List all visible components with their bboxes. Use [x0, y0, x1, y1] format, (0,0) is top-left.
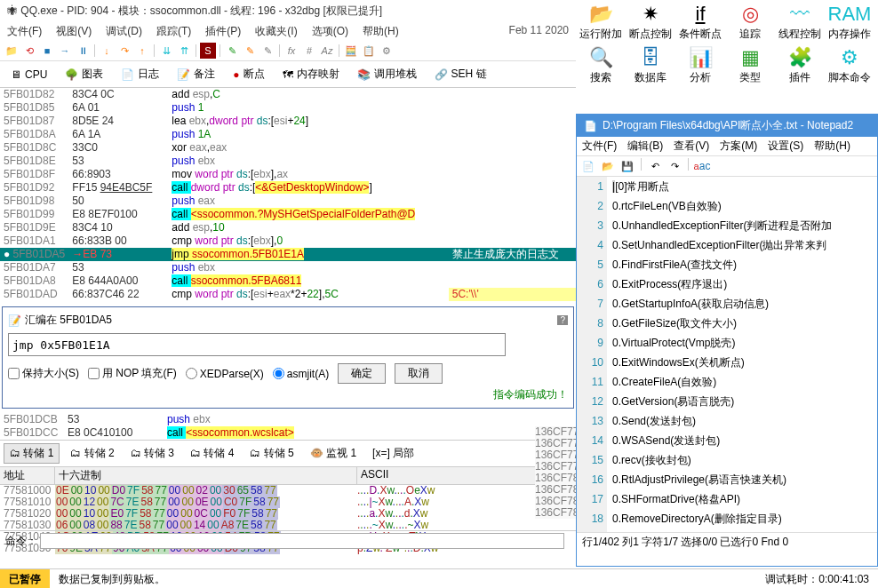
dump-tab-5[interactable]: 🐵 监视 1 — [305, 444, 362, 463]
tab-bp[interactable]: ● 断点 — [227, 65, 269, 83]
np-undo-icon[interactable]: ↶ — [647, 158, 663, 174]
np-line[interactable]: 0.GetVersion(易语言脱壳) — [612, 392, 877, 411]
disasm-row[interactable]: 5FB01D856A 01push 1 — [0, 101, 576, 115]
comment-icon[interactable]: ✎ — [242, 43, 258, 59]
stack-addresses[interactable]: 136CF77136CF77136CF77136CF77136CF78136CF… — [535, 426, 576, 519]
menu-options[interactable]: 选项(O) — [312, 24, 348, 39]
menu-help[interactable]: 帮助(H) — [363, 24, 399, 39]
disasm-row[interactable]: 5FB01D878D5E 24lea ebx,dword ptr ds:[esi… — [0, 115, 576, 128]
tab-mem[interactable]: 🗺 内存映射 — [277, 65, 345, 83]
disasm-row[interactable]: 5FB01D8E53push ebx — [0, 155, 576, 168]
disasm-row[interactable]: 5FB01DA8E8 644A0A00call ssocommon.5FBA68… — [0, 274, 576, 288]
menu-fav[interactable]: 收藏夹(I) — [255, 24, 297, 39]
tool-线程控制[interactable]: 〰线程控制 — [775, 0, 825, 44]
np-menu-1[interactable]: 编辑(B) — [627, 139, 663, 154]
disasm-row[interactable]: 5FB01DA166:833B 00cmp word ptr ds:[ebx],… — [0, 234, 576, 248]
menu-debug[interactable]: 调试(D) — [106, 24, 142, 39]
tool-内存操作[interactable]: RAM内存操作 — [825, 0, 874, 44]
np-new-icon[interactable]: 📄 — [580, 158, 596, 174]
np-open-icon[interactable]: 📂 — [600, 158, 616, 174]
dump-tab-6[interactable]: [x=] 局部 — [367, 444, 419, 463]
disasm-row[interactable]: 5FB01D8A6A 1Apush 1A — [0, 128, 576, 141]
tool-分析[interactable]: 📊分析 — [675, 44, 725, 87]
menu-plugin[interactable]: 插件(P) — [205, 24, 241, 39]
stepout-icon[interactable]: ↑ — [134, 43, 150, 59]
np-line[interactable]: 0.RtlAdjustPrivilege(易语言快速关机) — [612, 470, 877, 489]
np-menu-2[interactable]: 查看(V) — [674, 139, 709, 154]
tab-stack[interactable]: 📚 调用堆栈 — [352, 65, 422, 83]
np-line[interactable]: 0.ExitWindowsEx(关机断点) — [612, 353, 877, 372]
np-menu-3[interactable]: 方案(M) — [720, 139, 757, 154]
notepad-text[interactable]: |[0]常用断点0.rtcFileLen(VB自效验)0.UnhandledEx… — [607, 177, 877, 532]
tab-chart[interactable]: 🌳 图表 — [60, 65, 108, 83]
restart-icon[interactable]: ⟲ — [21, 43, 37, 59]
script-icon[interactable]: 📋 — [361, 43, 377, 59]
dump-tab-0[interactable]: 🗂 转储 1 — [4, 443, 60, 464]
stop-icon[interactable]: ■ — [39, 43, 55, 59]
fill-nop-checkbox[interactable]: 用 NOP 填充(F) — [88, 366, 177, 381]
scylla-icon[interactable]: S — [200, 43, 216, 59]
np-line[interactable]: 0.WSASend(发送封包) — [612, 431, 877, 450]
keep-size-checkbox[interactable]: 保持大小(S) — [8, 366, 79, 381]
np-az-icon[interactable]: aac — [694, 158, 710, 174]
stepin-icon[interactable]: ↓ — [99, 43, 115, 59]
np-line[interactable]: |[0]常用断点 — [612, 177, 877, 196]
np-menu-4[interactable]: 设置(S) — [768, 139, 803, 154]
menu-view[interactable]: 视图(V) — [56, 24, 92, 39]
np-line[interactable]: 0.RemoveDirectoryA(删除指定目录) — [612, 509, 877, 528]
disassembly-view-2[interactable]: 5FB01DCB53push ebx5FB01DCCE8 0C410100cal… — [0, 413, 576, 440]
tool-搜索[interactable]: 🔍搜索 — [576, 44, 626, 87]
asmjit-radio[interactable]: asmjit(A) — [273, 368, 329, 380]
tab-log[interactable]: 📄 日志 — [116, 65, 164, 83]
cancel-button[interactable]: 取消 — [395, 363, 443, 384]
tab-notes[interactable]: 📝 备注 — [172, 65, 220, 83]
xedparse-radio[interactable]: XEDParse(X) — [186, 368, 264, 380]
disasm-row[interactable]: 5FB01D8F66:8903mov word ptr ds:[ebx],ax — [0, 168, 576, 181]
label-icon[interactable]: ✎ — [259, 43, 275, 59]
np-line[interactable]: 0.VirtualProtect(Vmp脱壳) — [612, 333, 877, 353]
np-line[interactable]: 0.Send(发送封包) — [612, 411, 877, 431]
disasm-row[interactable]: 5FB01DCCE8 0C410100call <ssocommon.wcslc… — [0, 426, 576, 440]
tool-断点控制[interactable]: ✷断点控制 — [626, 0, 675, 44]
np-line[interactable]: 0.GetStartupInfoA(获取启动信息) — [612, 294, 877, 314]
np-line[interactable]: 0.rtcFileLen(VB自效验) — [612, 196, 877, 216]
patch-icon[interactable]: ✎ — [224, 43, 240, 59]
disassembly-view[interactable]: 5FB01D8283C4 0Cadd esp,C5FB01D856A 01pus… — [0, 88, 576, 301]
disasm-row[interactable]: 5FB01D8283C4 0Cadd esp,C — [0, 88, 576, 101]
np-redo-icon[interactable]: ↷ — [666, 158, 682, 174]
tab-cpu[interactable]: 🖥 CPU — [5, 67, 52, 83]
disasm-row[interactable]: ● 5FB01DA5→EB 73jmp ssocommon.5FB01E1A禁止… — [0, 248, 576, 261]
fx-icon[interactable]: fx — [283, 43, 299, 59]
tool-脚本命令[interactable]: ⚙脚本命令 — [825, 44, 874, 87]
ok-button[interactable]: 确定 — [338, 363, 386, 384]
pause-icon[interactable]: ⏸ — [75, 43, 91, 59]
calc-icon[interactable]: 🧮 — [343, 43, 359, 59]
tab-seh[interactable]: 🔗 SEH 链 — [429, 65, 492, 83]
dump-tab-3[interactable]: 🗂 转储 4 — [185, 444, 239, 463]
trace2-icon[interactable]: ⇈ — [176, 43, 192, 59]
run-icon[interactable]: → — [57, 43, 73, 59]
tool-插件[interactable]: 🧩插件 — [775, 44, 825, 87]
az-icon[interactable]: Az — [319, 43, 335, 59]
disasm-row[interactable]: 5FB01D9E83C4 10add esp,10 — [0, 221, 576, 234]
np-line[interactable]: 0.UnhandledExceptionFilter(判断进程是否附加 — [612, 216, 877, 235]
disasm-row[interactable]: 5FB01DCB53push ebx — [0, 413, 576, 426]
np-line[interactable]: 0.SHFormatDrive(格盘API) — [612, 489, 877, 509]
disasm-row[interactable]: 5FB01D99E8 8E7F0100call <ssocommon.?MySH… — [0, 208, 576, 221]
disasm-row[interactable]: 5FB01D9850push eax — [0, 195, 576, 208]
np-line[interactable]: 0.ExitProcess(程序退出) — [612, 274, 877, 294]
tool-类型[interactable]: ▦类型 — [725, 44, 775, 87]
command-input[interactable] — [40, 533, 564, 549]
stepover-icon[interactable]: ↷ — [116, 43, 132, 59]
help-icon[interactable]: ? — [557, 315, 568, 325]
tool-追踪[interactable]: ◎追踪 — [725, 0, 775, 44]
assembly-input[interactable] — [8, 333, 506, 356]
np-menu-0[interactable]: 文件(F) — [582, 139, 617, 154]
disasm-row[interactable]: 5FB01DAD66:837C46 22 cmp word ptr ds:[es… — [0, 288, 576, 301]
tool-数据库[interactable]: 🗄数据库 — [626, 44, 675, 87]
gear-icon[interactable]: ⚙ — [379, 43, 395, 59]
disasm-row[interactable]: 5FB01D8C33C0xor eax,eax — [0, 141, 576, 155]
trace-icon[interactable]: ⇊ — [158, 43, 174, 59]
np-save-icon[interactable]: 💾 — [619, 158, 635, 174]
np-line[interactable]: 0.SetUnhandledExceptionFilter(抛出异常来判 — [612, 235, 877, 255]
